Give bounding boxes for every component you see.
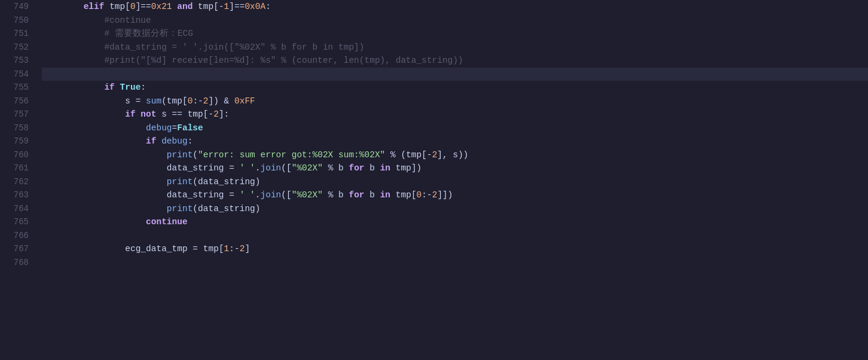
line-num-752: 752	[0, 41, 29, 54]
line-num-758: 758	[0, 121, 29, 135]
line-num-754: 754	[0, 68, 29, 81]
line-num-761: 761	[0, 161, 29, 175]
line-num-764: 764	[0, 202, 29, 216]
line-num-767: 767	[0, 242, 29, 256]
code-line-766	[42, 229, 868, 243]
line-num-751: 751	[0, 27, 29, 41]
code-line-750: #continue	[42, 14, 868, 28]
code-line-765: continue	[42, 215, 868, 229]
code-content: elif tmp[0]==0x21 and tmp[-1]==0x0A: #co…	[36, 0, 868, 360]
line-num-755: 755	[0, 81, 29, 94]
code-line-767: ecg_data_tmp = tmp[1:-2]	[42, 242, 868, 256]
line-num-762: 762	[0, 175, 29, 189]
code-line-758: debug=False	[42, 121, 868, 135]
code-line-755: if True:	[42, 81, 868, 94]
line-num-766: 766	[0, 229, 29, 243]
line-num-760: 760	[0, 148, 29, 162]
code-line-749: elif tmp[0]==0x21 and tmp[-1]==0x0A:	[42, 0, 868, 14]
code-line-761: data_string = ' '.join(["%02X" % b for b…	[42, 161, 868, 175]
code-line-757: if not s == tmp[-2]:	[42, 108, 868, 121]
line-num-750: 750	[0, 14, 29, 28]
code-line-759: if debug:	[42, 135, 868, 148]
code-line-760: print("error: sum error got:%02X sum:%02…	[42, 148, 868, 162]
code-line-753: #print("[%d] receive[len=%d]: %s" % (cou…	[42, 54, 868, 68]
line-num-765: 765	[0, 215, 29, 229]
code-line-768	[42, 256, 868, 270]
line-num-759: 759	[0, 135, 29, 148]
line-numbers: 749 750 751 752 753 754 755 756 757 758 …	[0, 0, 36, 360]
code-line-764: print(data_string)	[42, 202, 868, 216]
code-editor: 749 750 751 752 753 754 755 756 757 758 …	[0, 0, 868, 360]
line-num-749: 749	[0, 0, 29, 14]
line-num-753: 753	[0, 54, 29, 68]
code-line-763: data_string = ' '.join(["%02X" % b for b…	[42, 188, 868, 202]
code-line-752: #data_string = ' '.join(["%02X" % b for …	[42, 41, 868, 54]
code-line-751: # 需要数据分析：ECG	[42, 27, 868, 41]
line-num-768: 768	[0, 256, 29, 270]
line-num-757: 757	[0, 108, 29, 121]
line-num-756: 756	[0, 94, 29, 108]
code-line-762: print(data_string)	[42, 175, 868, 189]
code-line-756: s = sum(tmp[0:-2]) & 0xFF	[42, 94, 868, 108]
code-line-754	[42, 68, 868, 81]
line-num-763: 763	[0, 188, 29, 202]
